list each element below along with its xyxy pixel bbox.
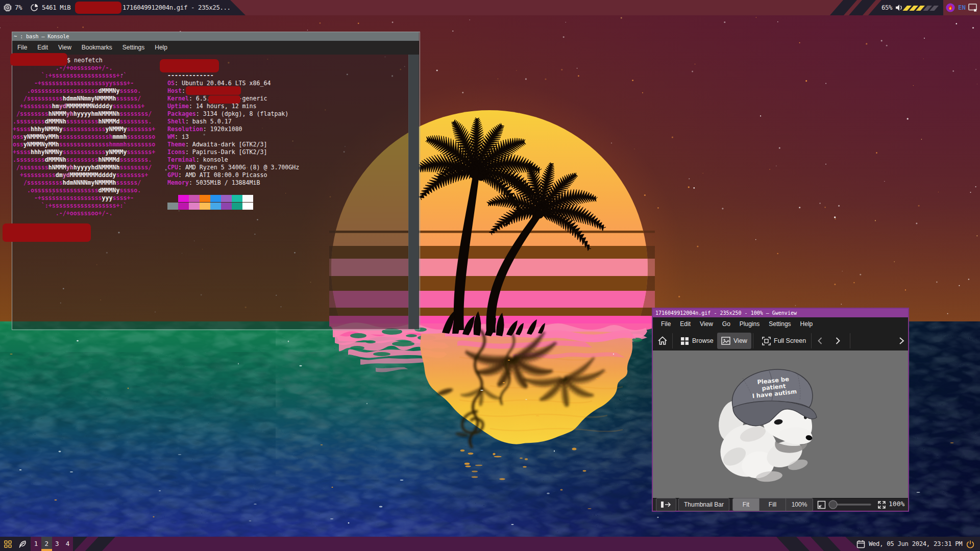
menu-item-edit[interactable]: Edit (675, 317, 695, 331)
menu-item-plugins[interactable]: Plugins (735, 317, 764, 331)
bottombar-left-segment (0, 537, 31, 551)
browse-icon (680, 337, 689, 345)
menu-item-help[interactable]: Help (150, 41, 173, 55)
redaction-box (186, 86, 241, 95)
power-icon[interactable] (966, 540, 974, 548)
konsole-menubar: FileEditViewBookmarksSettingsHelp (12, 41, 419, 55)
menu-item-view[interactable]: View (695, 317, 718, 331)
browse-button[interactable]: Browse (676, 333, 718, 349)
gwenview-title: 1716049912004n.gif - 235x250 - 100% — Gw… (655, 310, 797, 316)
menu-item-help[interactable]: Help (796, 317, 818, 331)
redaction-box (3, 223, 91, 242)
home-icon[interactable] (657, 336, 668, 346)
zoom-expand-icon[interactable] (877, 500, 886, 509)
palette-swatch (242, 195, 253, 202)
palette-swatch (210, 195, 221, 202)
palette-swatch (178, 203, 189, 210)
neofetch-ascii-logo: .-/+oossssoo+/-. `:+ssssssssssssssssss+:… (13, 64, 155, 217)
menu-item-go[interactable]: Go (718, 317, 735, 331)
thumbnail-bar-button[interactable]: Thumbnail Bar (678, 498, 729, 511)
menu-item-file[interactable]: File (12, 41, 32, 55)
bear-image: Please bepatientI have autism (653, 350, 908, 498)
palette-swatch (232, 203, 242, 210)
zoom-100-button[interactable]: 100% (786, 498, 813, 511)
konsole-title: ~ : bash — Konsole (14, 33, 69, 39)
topbar-volume-segment: 65% (868, 0, 943, 15)
workspace-2[interactable]: 2 (41, 537, 52, 551)
gwenview-statusbar: Thumbnail Bar Fit Fill 100% (653, 498, 908, 511)
gwenview-menubar: FileEditViewGoPluginsSettingsHelp (653, 317, 908, 331)
image-view[interactable]: Please bepatientI have autism (653, 350, 908, 498)
workspace-1[interactable]: 1 (31, 537, 41, 551)
palette-swatch (221, 203, 232, 210)
view-button[interactable]: View (717, 333, 751, 349)
memory-usage: 5461 MiB (42, 0, 70, 15)
bottombar-stripe (73, 537, 87, 551)
zoom-fill-button[interactable]: Fill (760, 498, 786, 511)
bottombar-stripe (776, 537, 810, 551)
palette-swatch (178, 195, 189, 202)
workspace-3[interactable]: 3 (52, 537, 63, 551)
toolbar-overflow-icon[interactable] (898, 336, 905, 345)
sidebar-expand-icon (660, 501, 672, 508)
launcher-grid-icon[interactable] (4, 540, 12, 548)
terminal-prompt-line: $ neofetch (67, 57, 103, 64)
cpu-usage: 7% (15, 0, 22, 15)
redaction-box (75, 2, 121, 14)
zoom-to-fit-icon[interactable] (817, 500, 826, 509)
menu-item-edit[interactable]: Edit (32, 41, 53, 55)
thumbnail-bar-label: Thumbnail Bar (684, 501, 724, 508)
palette-swatch (200, 203, 210, 210)
zoom-percent: 100% (889, 500, 904, 508)
zoom-fit-button[interactable]: Fit (733, 498, 760, 511)
palette-swatch (200, 195, 210, 202)
gwenview-toolbar: Browse View Full Screen (653, 331, 908, 350)
konsole-window[interactable]: ~ : bash — Konsole FileEditViewBookmarks… (12, 32, 420, 330)
palette-swatch (221, 195, 232, 202)
workspace-4[interactable]: 4 (62, 537, 73, 551)
full-screen-label: Full Screen (774, 337, 806, 344)
memory-icon (30, 4, 38, 12)
view-icon (721, 337, 730, 345)
focused-window-title: 1716049912004n.gif - 235x25... (122, 0, 231, 15)
bottombar-stripe (85, 537, 115, 551)
zoom-slider[interactable] (827, 499, 873, 510)
palette-swatch (167, 203, 178, 210)
gwenview-titlebar[interactable]: 1716049912004n.gif - 235x250 - 100% — Gw… (653, 309, 908, 317)
full-screen-button[interactable]: Full Screen (758, 333, 810, 349)
konsole-titlebar[interactable]: ~ : bash — Konsole (12, 32, 419, 41)
browse-label: Browse (692, 337, 714, 344)
menu-item-bookmarks[interactable]: Bookmarks (77, 41, 117, 55)
forward-icon[interactable] (834, 337, 842, 345)
gwenview-window[interactable]: 1716049912004n.gif - 235x250 - 100% — Gw… (652, 308, 909, 512)
clock: Wed, 05 Jun 2024, 23:31 PM (869, 537, 962, 551)
volume-level-bars (907, 0, 943, 15)
bottombar-stripe (811, 537, 841, 551)
volume-percent: 65% (881, 0, 892, 15)
sidebar-toggle-button[interactable] (656, 498, 676, 511)
redaction-box (160, 59, 219, 72)
back-icon[interactable] (816, 337, 824, 345)
view-label: View (733, 337, 747, 344)
screen-share-off-icon[interactable] (968, 4, 978, 12)
cpu-icon (4, 4, 12, 12)
palette-swatch (242, 203, 253, 210)
menu-item-view[interactable]: View (53, 41, 77, 55)
desktop: 7% 5461 MiB 1716049912004n.gif - 235x25.… (0, 0, 980, 551)
menu-item-settings[interactable]: Settings (764, 317, 795, 331)
calendar-icon (856, 540, 865, 548)
full-screen-icon (762, 337, 771, 345)
palette-swatch (189, 195, 200, 202)
keyboard-layout[interactable]: EN (958, 0, 966, 15)
bottom-status-bar: 1234 Wed, 05 Jun 2024, 23:31 PM (0, 537, 980, 551)
redaction-box (10, 53, 67, 66)
zoom-mode-group: Fit Fill 100% (732, 498, 813, 511)
redaction-box (208, 95, 240, 104)
palette-swatch (210, 203, 221, 210)
tray-flame-icon[interactable] (946, 3, 955, 12)
terminal-scrollbar[interactable] (408, 55, 419, 329)
menu-item-settings[interactable]: Settings (117, 41, 150, 55)
palette-swatch (167, 195, 178, 202)
menu-item-file[interactable]: File (656, 317, 675, 331)
feather-icon[interactable] (18, 539, 28, 548)
